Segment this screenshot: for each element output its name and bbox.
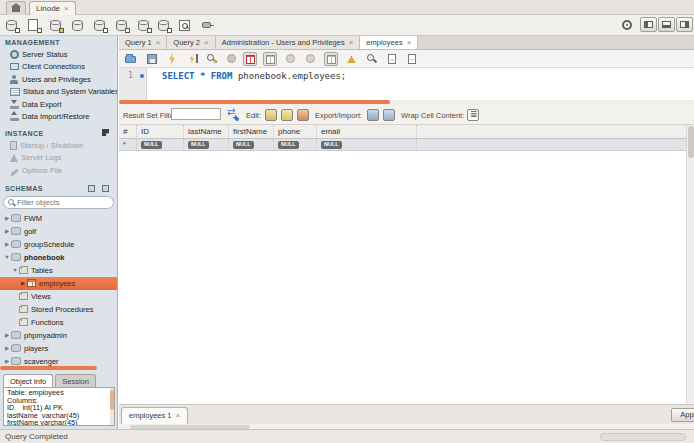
result-filter-input[interactable] (171, 108, 221, 120)
apply-button[interactable]: Apply (671, 408, 694, 422)
sidebar-item-status-system-variables[interactable]: Status and System Variables (0, 86, 117, 99)
sidebar-item-users-privileges[interactable]: Users and Privileges (0, 73, 117, 86)
refresh-results-icon[interactable] (227, 109, 239, 121)
open-file-icon[interactable] (124, 52, 138, 66)
sidebar-item-startup-shutdown[interactable]: Startup / Shutdown (0, 139, 117, 152)
toggle-bottom-panel-icon[interactable] (658, 17, 675, 32)
refresh-schemas-icon[interactable] (102, 185, 109, 192)
schema-item-golf[interactable]: ▶ golf (0, 225, 117, 238)
create-procedure-icon[interactable] (137, 18, 152, 33)
schema-filter-input[interactable] (17, 198, 97, 207)
options-file-icon (10, 168, 19, 176)
query-tab-bar: Query 1× Query 2× Administration - Users… (119, 36, 694, 50)
close-icon[interactable]: × (349, 38, 354, 47)
import-records-icon[interactable] (383, 109, 395, 121)
column-header-id[interactable]: ID (137, 125, 184, 139)
connection-tab-linode[interactable]: Linode× (29, 1, 76, 15)
cell-phone[interactable]: NULL (274, 139, 317, 151)
stop-query-icon[interactable] (225, 52, 239, 66)
delete-record-icon[interactable] (297, 109, 309, 121)
create-function-icon[interactable] (157, 18, 172, 33)
schema-item-phpmyadmin[interactable]: ▶ phpmyadmin (0, 329, 117, 342)
create-schema-icon[interactable] (71, 18, 86, 33)
schema-item-phonebook[interactable]: ▼ phonebook (0, 251, 117, 264)
add-record-icon[interactable] (281, 109, 293, 121)
tab-object-info[interactable]: Object Info (3, 374, 53, 387)
open-sql-script-icon[interactable] (49, 18, 64, 33)
cell-lastname[interactable]: NULL (184, 139, 229, 151)
tab-result-employees-1[interactable]: employees 1× (121, 407, 188, 425)
home-tab[interactable] (6, 1, 26, 15)
export-recordset-icon[interactable] (367, 109, 379, 121)
execute-current-statement-icon[interactable] (185, 52, 199, 66)
rollback-icon[interactable] (304, 52, 318, 66)
cell-id[interactable]: NULL (137, 139, 184, 151)
beautify-script-icon[interactable] (345, 52, 359, 66)
create-view-icon[interactable] (115, 18, 130, 33)
edit-record-icon[interactable] (265, 109, 277, 121)
explain-query-icon[interactable] (205, 52, 219, 66)
schema-item-fwm[interactable]: ▶ FWM (0, 212, 117, 225)
close-icon[interactable]: × (407, 38, 412, 47)
find-icon[interactable] (365, 52, 379, 66)
close-icon[interactable]: × (204, 38, 209, 47)
object-info-vscrollbar[interactable] (110, 388, 114, 425)
sidebar-item-server-logs[interactable]: Server Logs (0, 152, 117, 165)
tree-item-employees[interactable]: ▶ employees (0, 277, 117, 290)
cell-firstname[interactable]: NULL (229, 139, 274, 151)
toggle-left-panel-icon[interactable] (640, 17, 657, 32)
sql-editor[interactable]: 1 SELECT * FROM phonebook.employees; (119, 68, 694, 100)
collapse-all-icon[interactable] (88, 185, 95, 192)
tree-item-tables[interactable]: ▼ Tables (0, 264, 117, 277)
schema-icon (11, 227, 21, 235)
sidebar-item-data-import[interactable]: Data Import/Restore (0, 111, 117, 124)
save-script-icon[interactable] (145, 52, 159, 66)
create-table-icon[interactable] (93, 18, 108, 33)
column-header-email[interactable]: email (317, 125, 417, 139)
sidebar-item-server-status[interactable]: Server Status (0, 48, 117, 61)
tab-session[interactable]: Session (55, 374, 96, 387)
commit-icon[interactable] (284, 52, 298, 66)
tab-query-1[interactable]: Query 1× (119, 36, 167, 49)
new-connection-icon[interactable] (5, 18, 20, 33)
status-circle-icon[interactable] (622, 20, 632, 30)
migration-icon[interactable] (200, 18, 215, 33)
sidebar-item-options-file[interactable]: Options File (0, 164, 117, 177)
column-header-phone[interactable]: phone (274, 125, 317, 139)
table-row[interactable]: * NULL NULL NULL NULL NULL (119, 139, 686, 151)
search-icon[interactable] (178, 18, 193, 33)
toggle-stop-on-error-icon[interactable] (243, 52, 257, 66)
sidebar-item-data-export[interactable]: Data Export (0, 98, 117, 111)
sidebar-item-client-connections[interactable]: Client Connections (0, 61, 117, 74)
tree-item-stored-procedures[interactable]: Stored Procedures (0, 303, 117, 316)
tab-query-2[interactable]: Query 2× (167, 36, 215, 49)
tree-item-views[interactable]: Views (0, 290, 117, 303)
schema-item-players[interactable]: ▶ players (0, 342, 117, 355)
result-grid-vscrollbar[interactable] (686, 125, 694, 404)
status-bar-scroll-thumb[interactable] (600, 433, 686, 441)
cell-email[interactable]: NULL (317, 139, 417, 151)
toggle-autocommit-icon[interactable] (324, 52, 338, 66)
schema-tree-hscrollbar[interactable] (0, 366, 97, 370)
schema-icon (11, 214, 21, 222)
column-header-lastname[interactable]: lastName (184, 125, 229, 139)
wrap-text-icon[interactable] (405, 52, 419, 66)
column-header-firstname[interactable]: firstName (229, 125, 274, 139)
limit-rows-icon[interactable] (263, 52, 277, 66)
schema-item-groupschedule[interactable]: ▶ groupSchedule (0, 238, 117, 251)
new-query-tab-icon[interactable] (27, 18, 42, 33)
close-icon[interactable]: × (176, 411, 181, 420)
tab-administration[interactable]: Administration - Users and Privileges× (216, 36, 361, 49)
execute-query-icon[interactable] (165, 52, 179, 66)
tree-item-functions[interactable]: Functions (0, 316, 117, 329)
window-tab-strip: Linode× (0, 0, 694, 15)
toggle-right-panel-icon[interactable] (676, 17, 693, 32)
chevron-right-icon: ▶ (3, 345, 11, 351)
close-icon[interactable]: × (64, 4, 69, 13)
wrap-cell-content-icon[interactable] (467, 109, 479, 121)
column-header-num[interactable]: # (119, 125, 137, 139)
tab-employees[interactable]: employees× (360, 36, 418, 49)
invisible-chars-icon[interactable] (385, 52, 399, 66)
close-icon[interactable]: × (156, 38, 161, 47)
chevron-right-icon: ▶ (19, 280, 27, 286)
